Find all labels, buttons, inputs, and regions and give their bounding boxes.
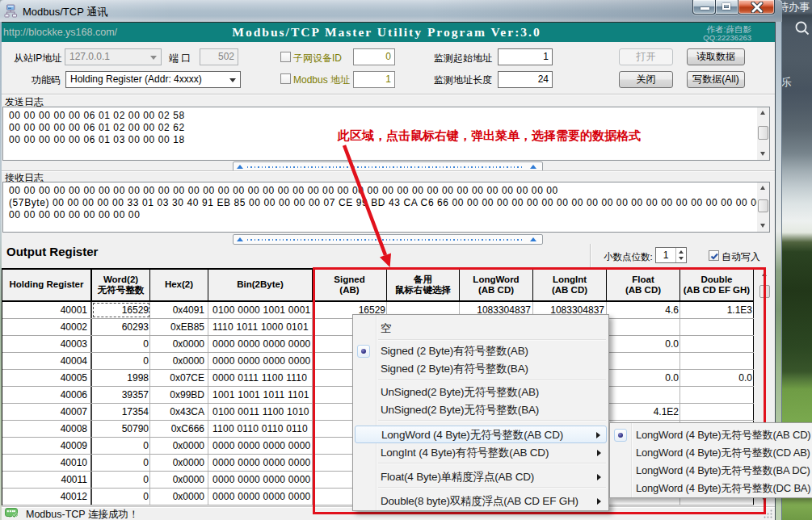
table-cell[interactable]: 0 bbox=[92, 353, 150, 369]
table-cell[interactable]: 1110 1011 1000 0101 bbox=[208, 319, 313, 335]
table-cell[interactable]: 0x4091 bbox=[150, 302, 208, 318]
table-cell[interactable]: 0x0000 bbox=[150, 336, 208, 352]
menu-item[interactable]: LongWord (4 Byte)无符号整数(AB CD) bbox=[355, 426, 607, 443]
recv-log-scrollbar[interactable] bbox=[757, 182, 769, 232]
modbus-addr-checkbox[interactable] bbox=[280, 73, 291, 84]
scroll-down-button[interactable] bbox=[757, 220, 769, 232]
submenu-item[interactable]: LongWord (4 Byte)无符号整数(DC BA) bbox=[612, 480, 810, 497]
table-cell[interactable]: 0 bbox=[92, 438, 150, 454]
read-data-button[interactable]: 读取数据 bbox=[687, 48, 745, 65]
ip-combobox[interactable]: 127.0.0.1 bbox=[65, 48, 162, 65]
start-addr-input[interactable]: 1 bbox=[498, 48, 553, 65]
table-cell[interactable]: 0x0000 bbox=[150, 353, 208, 369]
hscroll-left-arrow[interactable] bbox=[237, 237, 243, 241]
send-log-line[interactable]: 00 00 00 00 00 06 01 02 00 00 02 58 bbox=[9, 110, 185, 122]
menu-item[interactable]: Signed (2 Byte)有符号整数(BA) bbox=[355, 360, 607, 378]
table-cell[interactable]: 1100 0110 0110 0110 bbox=[208, 421, 313, 437]
submenu-item[interactable]: LongWord (4 Byte)无符号整数(CD AB) bbox=[612, 444, 810, 462]
menu-item[interactable]: UnSigned(2 Byte)无符号整数(AB) bbox=[355, 384, 607, 401]
close-conn-button[interactable]: 关闭 bbox=[619, 71, 673, 88]
table-cell[interactable]: 40006 bbox=[2, 387, 92, 403]
title-bar[interactable] bbox=[0, 0, 782, 22]
menu-item[interactable]: Double(8 byte)双精度浮点(AB CD EF GH) bbox=[355, 493, 607, 510]
table-cell[interactable]: 40004 bbox=[2, 353, 92, 369]
scroll-up-button[interactable] bbox=[757, 182, 769, 194]
menu-item[interactable]: Float(4 Byte)单精度浮点(AB CD) bbox=[355, 468, 607, 486]
table-cell[interactable]: 0x0000 bbox=[150, 489, 208, 505]
hscroll-left-arrow[interactable] bbox=[237, 165, 243, 169]
dropdown-arrow-icon[interactable] bbox=[150, 56, 157, 60]
open-button[interactable]: 打开 bbox=[619, 48, 673, 65]
subnet-checkbox[interactable] bbox=[280, 52, 291, 62]
table-cell[interactable]: 0000 0000 0000 0000 bbox=[208, 455, 313, 471]
autowrite-checkbox[interactable] bbox=[709, 250, 719, 261]
spinner-up-icon[interactable] bbox=[679, 250, 684, 254]
table-cell[interactable]: 40012 bbox=[2, 489, 92, 505]
table-cell[interactable]: 40008 bbox=[2, 421, 92, 437]
table-cell[interactable]: 0x43CA bbox=[150, 404, 208, 420]
submenu-item[interactable]: LongWord (4 Byte)无符号整数(AB CD) bbox=[612, 426, 810, 444]
maximize-button[interactable] bbox=[716, 0, 738, 15]
table-cell[interactable]: 40009 bbox=[2, 438, 92, 454]
table-cell[interactable]: 0xC666 bbox=[150, 421, 208, 437]
table-cell[interactable]: 0000 0111 1100 1110 bbox=[208, 370, 313, 386]
hscroll-right-arrow[interactable] bbox=[530, 237, 536, 241]
scroll-down-button[interactable] bbox=[757, 149, 769, 160]
menu-item[interactable]: UnSigned(2 Byte)无符号整数(BA) bbox=[355, 401, 607, 419]
column-header[interactable]: Holding Register bbox=[2, 270, 92, 300]
table-cell[interactable]: 50790 bbox=[92, 421, 150, 437]
table-cell[interactable]: 1001 1001 1011 1101 bbox=[208, 387, 313, 403]
write-data-button[interactable]: 写数据(All) bbox=[687, 71, 745, 88]
subnet-input[interactable]: 0 bbox=[353, 48, 395, 65]
table-cell[interactable]: 40011 bbox=[2, 472, 92, 488]
table-cell[interactable]: 40010 bbox=[2, 455, 92, 471]
funccode-combobox[interactable]: Holding Register (Addr: 4xxxx) bbox=[65, 71, 241, 88]
table-cell[interactable]: 0 bbox=[92, 489, 150, 505]
table-cell[interactable]: 40001 bbox=[2, 302, 92, 318]
column-header[interactable]: Hex(2) bbox=[150, 270, 208, 300]
send-log-line[interactable]: 00 00 00 00 00 06 01 02 00 00 02 62 bbox=[9, 122, 185, 134]
table-cell[interactable]: 40003 bbox=[2, 336, 92, 352]
table-cell[interactable]: 40002 bbox=[2, 319, 92, 335]
table-cell[interactable]: 39357 bbox=[92, 387, 150, 403]
spinner-arrows[interactable] bbox=[675, 248, 686, 262]
column-header[interactable]: Word(2)无符号整数 bbox=[92, 270, 150, 300]
port-input[interactable]: 502 bbox=[200, 48, 238, 65]
table-cell[interactable]: 0 bbox=[92, 455, 150, 471]
table-cell[interactable]: 0x0000 bbox=[150, 472, 208, 488]
close-button[interactable] bbox=[738, 0, 775, 15]
send-log-line[interactable]: 00 00 00 00 00 06 01 03 00 00 00 18 bbox=[9, 134, 185, 146]
table-cell[interactable]: 40007 bbox=[2, 404, 92, 420]
table-cell[interactable]: 60293 bbox=[92, 319, 150, 335]
column-header[interactable]: Bin(2Byte) bbox=[208, 270, 313, 300]
table-cell[interactable]: 0000 0000 0000 0000 bbox=[208, 336, 313, 352]
table-cell[interactable]: 0x07CE bbox=[150, 370, 208, 386]
table-cell[interactable]: 0x0000 bbox=[150, 438, 208, 454]
length-input[interactable]: 24 bbox=[498, 71, 553, 88]
table-cell[interactable]: 0100 0000 1001 0001 bbox=[208, 302, 313, 318]
hscroll-right-arrow[interactable] bbox=[530, 165, 536, 169]
table-cell[interactable]: 0000 0000 0000 0000 bbox=[208, 489, 313, 505]
table-cell[interactable]: 1998 bbox=[92, 370, 150, 386]
modbus-addr-input[interactable]: 1 bbox=[353, 71, 395, 88]
send-log-scrollbar[interactable] bbox=[757, 107, 769, 160]
table-cell[interactable]: 0xEB85 bbox=[150, 319, 208, 335]
table-cell[interactable]: 0x99BD bbox=[150, 387, 208, 403]
table-cell[interactable]: 17354 bbox=[92, 404, 150, 420]
scroll-up-button[interactable] bbox=[757, 107, 769, 119]
submenu-item[interactable]: LongWord (4 Byte)无符号整数(BA DC) bbox=[612, 462, 810, 480]
table-cell[interactable]: 0000 0000 0000 0000 bbox=[208, 353, 313, 369]
table-cell[interactable]: 40005 bbox=[2, 370, 92, 386]
menu-item[interactable]: LongInt (4 Byte)有符号整数(AB CD) bbox=[355, 444, 607, 462]
table-cell[interactable]: 0 bbox=[92, 336, 150, 352]
scroll-thumb[interactable] bbox=[758, 199, 768, 212]
scroll-thumb[interactable] bbox=[758, 126, 768, 140]
table-cell[interactable]: 0x0000 bbox=[150, 455, 208, 471]
decimal-places-spinner[interactable]: 1 bbox=[655, 247, 687, 263]
table-cell[interactable]: 0100 0011 1100 1010 bbox=[208, 404, 313, 420]
spinner-down-icon[interactable] bbox=[679, 257, 684, 260]
table-cell[interactable]: 0 bbox=[92, 472, 150, 488]
minimize-button[interactable] bbox=[692, 0, 716, 15]
table-cell[interactable]: 0000 0000 0000 0000 bbox=[208, 472, 313, 488]
search-icon[interactable] bbox=[794, 20, 810, 36]
